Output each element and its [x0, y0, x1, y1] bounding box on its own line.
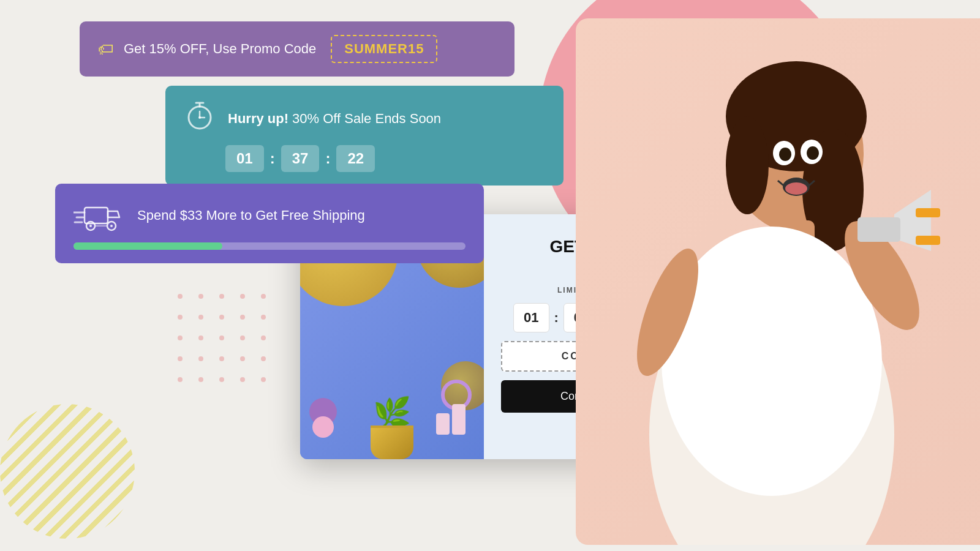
- shipping-banner: Spend $33 More to Get Free Shipping: [55, 184, 484, 263]
- promo-text-1: Get 15% OFF, Use Promo Code: [124, 41, 316, 57]
- plant-pot: [371, 425, 413, 459]
- promo-code[interactable]: SUMMER15: [331, 35, 437, 63]
- progress-bar-fill: [74, 242, 222, 250]
- plant-decoration: 🌿: [371, 398, 413, 459]
- pink-block-tall: [452, 404, 466, 435]
- plant-leaves: 🌿: [373, 398, 411, 429]
- svg-rect-11: [916, 208, 940, 217]
- countdown-banner: Hurry up! 30% Off Sale Ends Soon 01 : 37…: [165, 86, 564, 186]
- timer-colon-2: :: [325, 150, 330, 167]
- svg-point-24: [198, 116, 201, 119]
- svg-rect-10: [858, 217, 900, 242]
- person-image: [551, 0, 980, 551]
- svg-point-15: [779, 148, 791, 161]
- pink-ball: [312, 416, 334, 438]
- timer-hours: 01: [225, 145, 264, 172]
- bg-yellow-stripe: [0, 404, 135, 539]
- shipping-text: Spend $33 More to Get Free Shipping: [137, 208, 365, 223]
- countdown-header: Hurry up! 30% Off Sale Ends Soon: [184, 99, 545, 138]
- timer-minutes: 37: [281, 145, 320, 172]
- svg-point-16: [807, 146, 819, 160]
- timer-colon-1: :: [270, 150, 275, 167]
- bg-dots: [178, 294, 274, 391]
- countdown-title: Hurry up! 30% Off Sale Ends Soon: [228, 111, 441, 127]
- svg-point-32: [110, 225, 113, 227]
- pink-block-short: [436, 413, 450, 435]
- progress-bar-wrap: [74, 242, 466, 250]
- truck-icon: [74, 197, 123, 234]
- modal-timer-hours: 01: [513, 303, 549, 332]
- tag-icon: 🏷: [98, 40, 114, 59]
- countdown-timer: 01 : 37 : 22: [184, 145, 545, 172]
- promo-banner-1: 🏷 Get 15% OFF, Use Promo Code SUMMER15: [80, 21, 514, 77]
- svg-point-30: [89, 225, 92, 227]
- stopwatch-icon: [184, 99, 216, 138]
- svg-rect-28: [85, 208, 108, 223]
- svg-rect-12: [916, 236, 940, 245]
- svg-point-18: [785, 182, 807, 195]
- person-silhouette: [576, 18, 980, 545]
- svg-point-4: [726, 116, 769, 214]
- timer-seconds: 22: [336, 145, 375, 172]
- shipping-header: Spend $33 More to Get Free Shipping: [74, 197, 466, 234]
